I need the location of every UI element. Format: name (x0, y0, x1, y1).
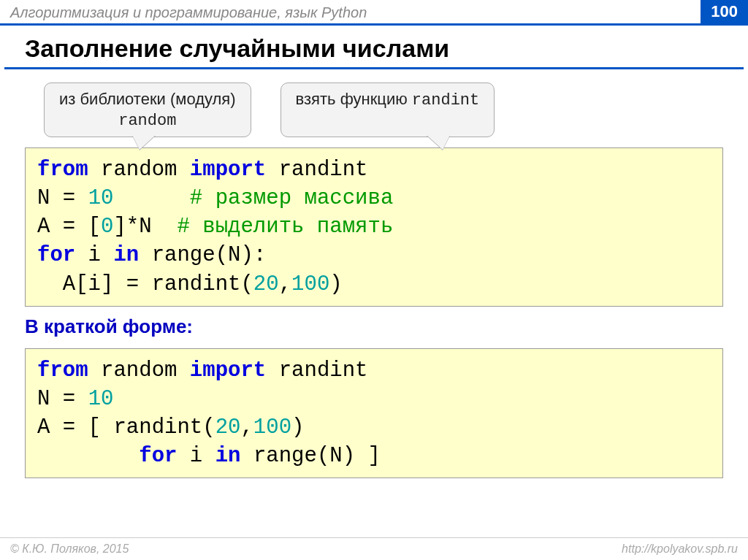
callout-tail-icon (132, 135, 156, 150)
footer-url: http://kpolyakov.spb.ru (622, 542, 738, 556)
callout-library: из библиотеки (модуля) random (44, 83, 251, 137)
callout-right-prefix: взять функцию (296, 90, 412, 108)
code-block-2: from random import randint N = 10 A = [ … (25, 348, 723, 479)
header-bar: Алгоритмизация и программирование, язык … (0, 0, 748, 26)
title-underline (4, 67, 744, 69)
callouts-row: из библиотеки (модуля) random взять функ… (0, 83, 748, 137)
code-block-1: from random import randint N = 10 # разм… (25, 147, 723, 307)
callout-function: взять функцию randint (280, 83, 495, 137)
subheading-short-form: В краткой форме: (0, 315, 748, 338)
callout-tail-icon (427, 135, 450, 150)
footer-copyright: © К.Ю. Поляков, 2015 (10, 542, 129, 556)
header-subject: Алгоритмизация и программирование, язык … (10, 4, 367, 21)
page-title: Заполнение случайными числами (0, 26, 748, 67)
callout-right-mono: randint (412, 91, 479, 110)
footer-bar: © К.Ю. Поляков, 2015 http://kpolyakov.sp… (0, 537, 748, 560)
page-number: 100 (701, 0, 748, 23)
callout-left-line1: из библиотеки (модуля) (59, 90, 236, 108)
callout-left-line2: random (118, 112, 176, 130)
